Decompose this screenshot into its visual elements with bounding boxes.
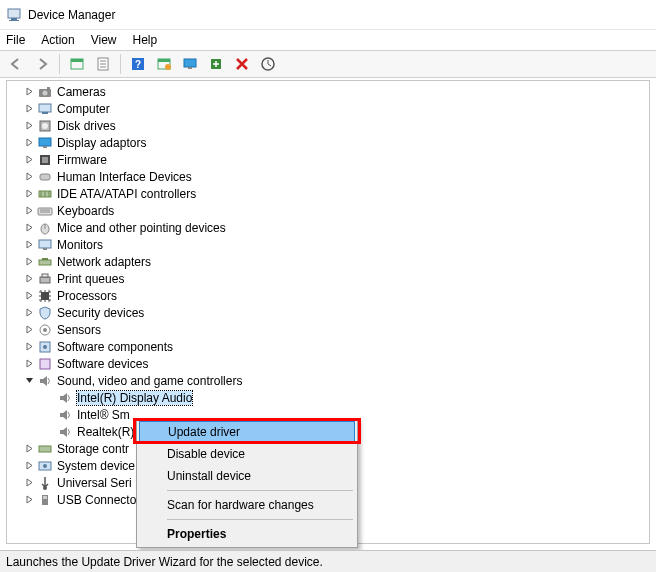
svg-point-24 (42, 123, 48, 129)
camera-icon (37, 84, 53, 100)
tree-item[interactable]: Keyboards (7, 202, 649, 219)
svg-rect-14 (184, 59, 196, 67)
expand-icon[interactable] (23, 239, 35, 251)
tree-item[interactable]: Software devices (7, 355, 649, 372)
toolbar-uninstall-button[interactable] (230, 53, 254, 75)
expand-icon[interactable] (23, 341, 35, 353)
tree-item[interactable]: Monitors (7, 236, 649, 253)
tree-item[interactable]: IDE ATA/ATAPI controllers (7, 185, 649, 202)
toolbar-forward-button[interactable] (30, 53, 54, 75)
toolbar-show-hidden-button[interactable] (65, 53, 89, 75)
tree-item[interactable]: Cameras (7, 83, 649, 100)
expand-icon[interactable] (23, 120, 35, 132)
tree-item[interactable]: Sound, video and game controllers (7, 372, 649, 389)
monitor-icon (37, 237, 53, 253)
expand-icon[interactable] (23, 273, 35, 285)
svg-point-13 (165, 64, 171, 70)
menu-action[interactable]: Action (41, 33, 74, 47)
tree-item[interactable]: Software components (7, 338, 649, 355)
svg-point-47 (43, 328, 47, 332)
sound-icon (57, 390, 73, 406)
expand-icon[interactable] (23, 188, 35, 200)
sound-icon (37, 373, 53, 389)
tree-item[interactable]: Security devices (7, 304, 649, 321)
printer-icon (37, 271, 53, 287)
toolbar-add-hardware-button[interactable] (204, 53, 228, 75)
menu-file[interactable]: File (6, 33, 25, 47)
expand-icon[interactable] (23, 256, 35, 268)
expand-icon[interactable] (23, 290, 35, 302)
collapse-icon[interactable] (23, 375, 35, 387)
expand-icon[interactable] (23, 307, 35, 319)
toolbar-help-button[interactable]: ? (126, 53, 150, 75)
toolbar-update-driver-button[interactable] (152, 53, 176, 75)
expand-icon[interactable] (23, 205, 35, 217)
svg-text:?: ? (135, 59, 141, 70)
toolbar-monitor-button[interactable] (178, 53, 202, 75)
window-title: Device Manager (28, 8, 115, 22)
tree-item[interactable]: Disk drives (7, 117, 649, 134)
disk-icon (37, 118, 53, 134)
svg-rect-28 (42, 157, 48, 163)
expand-icon[interactable] (23, 171, 35, 183)
context-menu-item[interactable]: Disable device (139, 443, 355, 465)
svg-rect-12 (158, 59, 170, 62)
tree-item-label: USB Connecto (57, 493, 136, 507)
tree-item[interactable]: Processors (7, 287, 649, 304)
tree-item-label: Universal Seri (57, 476, 132, 490)
tree-item[interactable]: Human Interface Devices (7, 168, 649, 185)
svg-rect-20 (47, 87, 50, 89)
usbconn-icon (37, 492, 53, 508)
toolbar-back-button[interactable] (4, 53, 28, 75)
expand-icon[interactable] (23, 137, 35, 149)
keyboard-icon (37, 203, 53, 219)
context-menu-item[interactable]: Properties (139, 523, 355, 545)
menu-help[interactable]: Help (133, 33, 158, 47)
tree-item[interactable]: Print queues (7, 270, 649, 287)
tree-item[interactable]: Intel(R) Display Audio (7, 389, 649, 406)
expand-icon[interactable] (23, 494, 35, 506)
toolbar-scan-hardware-button[interactable] (256, 53, 280, 75)
svg-rect-29 (40, 174, 50, 180)
svg-rect-25 (39, 138, 51, 146)
expand-icon[interactable] (23, 324, 35, 336)
tree-item[interactable]: Firmware (7, 151, 649, 168)
context-menu-item-label: Disable device (167, 447, 245, 461)
tree-item-label: IDE ATA/ATAPI controllers (57, 187, 196, 201)
expand-icon[interactable] (23, 154, 35, 166)
svg-rect-2 (9, 20, 19, 21)
context-menu-item-label: Uninstall device (167, 469, 251, 483)
ide-icon (37, 186, 53, 202)
expand-icon[interactable] (23, 460, 35, 472)
context-menu-item-label: Scan for hardware changes (167, 498, 314, 512)
tree-item-label: Monitors (57, 238, 103, 252)
svg-rect-50 (40, 359, 50, 369)
svg-rect-21 (39, 104, 51, 112)
svg-rect-15 (188, 67, 192, 69)
tree-item[interactable]: Network adapters (7, 253, 649, 270)
menu-view[interactable]: View (91, 33, 117, 47)
svg-rect-41 (39, 260, 51, 265)
no-expand (43, 392, 55, 404)
tree-item-label: Display adaptors (57, 136, 146, 150)
hid-icon (37, 169, 53, 185)
expand-icon[interactable] (23, 443, 35, 455)
context-menu-item[interactable]: Scan for hardware changes (139, 494, 355, 516)
tree-item[interactable]: Computer (7, 100, 649, 117)
tree-item[interactable]: Mice and other pointing devices (7, 219, 649, 236)
context-menu-item[interactable]: Update driver (139, 421, 355, 443)
svg-rect-22 (42, 112, 48, 114)
tree-item[interactable]: Display adaptors (7, 134, 649, 151)
display-icon (37, 135, 53, 151)
toolbar-properties-button[interactable] (91, 53, 115, 75)
expand-icon[interactable] (23, 222, 35, 234)
svg-point-54 (43, 486, 47, 490)
tree-item[interactable]: Sensors (7, 321, 649, 338)
context-menu-item-label: Properties (167, 527, 226, 541)
expand-icon[interactable] (23, 86, 35, 98)
expand-icon[interactable] (23, 103, 35, 115)
context-menu-item[interactable]: Uninstall device (139, 465, 355, 487)
expand-icon[interactable] (23, 358, 35, 370)
tree-item-label: System device (57, 459, 135, 473)
expand-icon[interactable] (23, 477, 35, 489)
